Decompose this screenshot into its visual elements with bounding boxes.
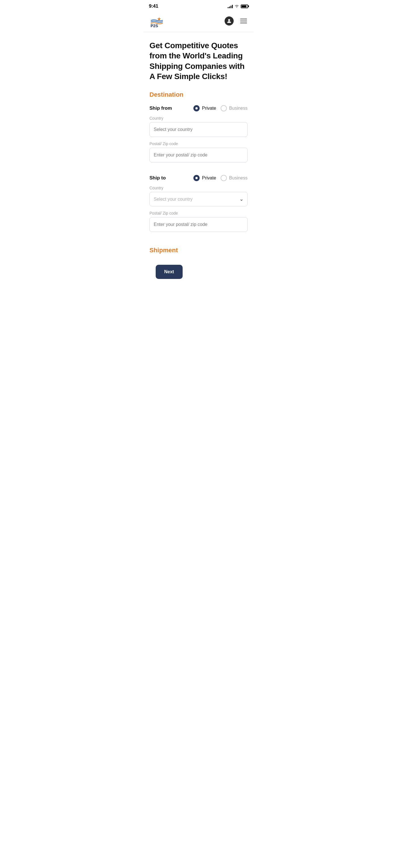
ship-from-business-label: Business bbox=[229, 106, 248, 111]
ship-to-country-label: Country bbox=[149, 186, 248, 190]
ship-from-country-field: Country bbox=[149, 116, 248, 142]
hamburger-menu-button[interactable] bbox=[239, 18, 248, 24]
ship-to-business-option[interactable]: Business bbox=[221, 175, 248, 181]
menu-line-1 bbox=[240, 19, 247, 19]
ship-from-radio-group: Private Business bbox=[193, 105, 248, 112]
user-icon bbox=[226, 18, 232, 24]
ship-from-business-option[interactable]: Business bbox=[221, 105, 248, 112]
ship-from-label: Ship from bbox=[149, 105, 172, 111]
ship-to-private-radio[interactable] bbox=[193, 175, 200, 181]
ship-to-radio-group: Private Business bbox=[193, 175, 248, 181]
ship-to-postal-label: Postal/ Zip code bbox=[149, 211, 248, 215]
ship-to-block: Ship to Private Business Country bbox=[149, 175, 248, 237]
status-bar: 9:41 bbox=[143, 0, 254, 11]
ship-to-country-select-wrapper: Select your country ⌄ bbox=[149, 192, 248, 206]
ship-from-private-label: Private bbox=[202, 106, 216, 111]
logo-svg: P2S bbox=[149, 14, 166, 28]
ship-from-private-option[interactable]: Private bbox=[193, 105, 216, 112]
user-profile-button[interactable] bbox=[224, 16, 234, 26]
main-content: Get Competitive Quotes from the World's … bbox=[143, 32, 254, 288]
cta-area: Next bbox=[149, 261, 248, 283]
battery-icon bbox=[241, 4, 248, 8]
ship-from-block: Ship from Private Business Country bbox=[149, 105, 248, 167]
ship-from-private-radio[interactable] bbox=[193, 105, 200, 112]
signal-icon bbox=[228, 4, 233, 8]
ship-to-private-option[interactable]: Private bbox=[193, 175, 216, 181]
ship-to-header: Ship to Private Business bbox=[149, 175, 248, 181]
navbar: P2S bbox=[143, 11, 254, 32]
ship-from-business-radio[interactable] bbox=[221, 105, 227, 112]
ship-to-label: Ship to bbox=[149, 175, 166, 181]
ship-to-country-field: Country Select your country ⌄ bbox=[149, 186, 248, 206]
ship-to-postal-input[interactable] bbox=[149, 217, 248, 232]
status-time: 9:41 bbox=[149, 3, 158, 9]
next-button[interactable]: Next bbox=[156, 265, 183, 279]
svg-marker-0 bbox=[157, 17, 161, 21]
ship-from-country-label: Country bbox=[149, 116, 248, 121]
svg-text:P2S: P2S bbox=[151, 24, 158, 28]
status-icons bbox=[228, 4, 248, 8]
shipment-section: Shipment bbox=[149, 244, 248, 254]
ship-to-business-label: Business bbox=[229, 176, 248, 181]
menu-line-2 bbox=[240, 21, 247, 21]
ship-from-postal-label: Postal/ Zip code bbox=[149, 142, 248, 146]
nav-actions bbox=[224, 16, 248, 26]
hero-title: Get Competitive Quotes from the World's … bbox=[149, 40, 248, 82]
destination-section-title: Destination bbox=[149, 91, 248, 98]
menu-line-3 bbox=[240, 23, 247, 23]
shipment-section-title: Shipment bbox=[149, 247, 248, 254]
svg-point-2 bbox=[228, 19, 230, 21]
ship-from-postal-input[interactable] bbox=[149, 148, 248, 162]
ship-to-postal-field: Postal/ Zip code bbox=[149, 211, 248, 237]
ship-from-header: Ship from Private Business bbox=[149, 105, 248, 112]
ship-from-country-input[interactable] bbox=[149, 122, 248, 137]
ship-to-private-label: Private bbox=[202, 176, 216, 181]
ship-to-business-radio[interactable] bbox=[221, 175, 227, 181]
destination-section: Destination Ship from Private Business bbox=[149, 91, 248, 237]
wifi-icon bbox=[235, 4, 239, 8]
logo: P2S bbox=[149, 14, 166, 28]
ship-to-country-select[interactable]: Select your country bbox=[149, 192, 248, 206]
user-avatar bbox=[224, 17, 234, 26]
ship-from-postal-field: Postal/ Zip code bbox=[149, 142, 248, 167]
